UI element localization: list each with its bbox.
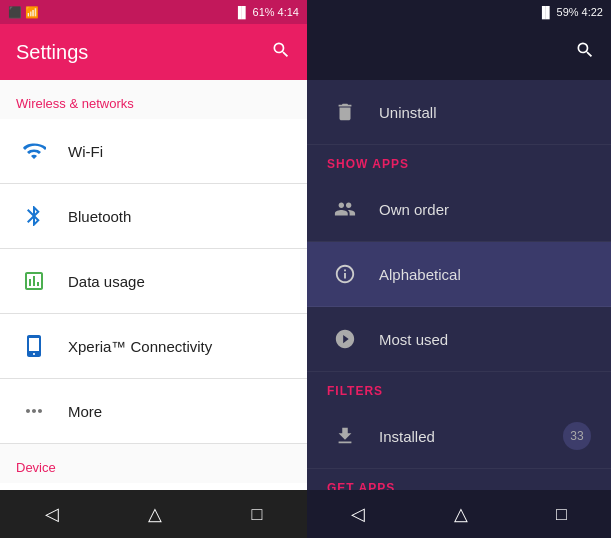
status-left-icons: ⬛ 📶: [8, 6, 39, 19]
bluetooth-icon: [16, 198, 52, 234]
alphabetical-label: Alphabetical: [379, 266, 591, 283]
settings-item-bluetooth[interactable]: Bluetooth: [0, 184, 307, 249]
mostused-icon: [327, 321, 363, 357]
own-order-label: Own order: [379, 201, 591, 218]
trash-icon: [327, 94, 363, 130]
time-right: 4:22: [582, 6, 603, 18]
status-bar-left: ⬛ 📶 ▐▌ 61% 4:14: [0, 0, 307, 24]
search-icon[interactable]: [271, 40, 291, 65]
recent-button-right[interactable]: □: [556, 504, 567, 525]
back-button-left[interactable]: ◁: [45, 503, 59, 525]
section-header-device: Device: [0, 444, 307, 483]
settings-item-more[interactable]: More: [0, 379, 307, 444]
download-icon: [327, 418, 363, 454]
status-right-right: ▐▌ 59% 4:22: [538, 6, 603, 18]
wifi-icon: [16, 133, 52, 169]
menu-item-alphabetical[interactable]: Alphabetical: [307, 242, 611, 307]
battery-right: 59%: [557, 6, 579, 18]
settings-item-personalization[interactable]: Personalization: [0, 483, 307, 490]
recent-button-left[interactable]: □: [251, 504, 262, 525]
back-button-right[interactable]: ◁: [351, 503, 365, 525]
nav-bar-left: ◁ △ □: [0, 490, 307, 538]
settings-item-data[interactable]: Data usage: [0, 249, 307, 314]
dropdown-toolbar: [307, 24, 611, 80]
dropdown-menu: Uninstall SHOW APPS Own order Alphabetic…: [307, 80, 611, 490]
more-label: More: [68, 403, 102, 420]
home-button-right[interactable]: △: [454, 503, 468, 525]
bluetooth-label: Bluetooth: [68, 208, 131, 225]
xperia-icon: [16, 328, 52, 364]
time-left: 4:14: [278, 6, 299, 18]
data-usage-icon: [16, 263, 52, 299]
status-bar-right: ▐▌ 59% 4:22: [307, 0, 611, 24]
uninstall-label: Uninstall: [379, 104, 591, 121]
battery-left: 61%: [253, 6, 275, 18]
section-header-wireless: Wireless & networks: [0, 80, 307, 119]
settings-content: Wireless & networks Wi-Fi Bluetooth: [0, 80, 307, 490]
wifi-label: Wi-Fi: [68, 143, 103, 160]
settings-item-xperia[interactable]: Xperia™ Connectivity: [0, 314, 307, 379]
notification-icon: 📶: [25, 6, 39, 19]
app-menu-panel: ▐▌ 59% 4:22 Uninstall SHOW APPS: [307, 0, 611, 538]
menu-item-most-used[interactable]: Most used: [307, 307, 611, 372]
nav-bar-right: ◁ △ □: [307, 490, 611, 538]
settings-title: Settings: [16, 41, 88, 64]
menu-item-uninstall[interactable]: Uninstall: [307, 80, 611, 145]
most-used-label: Most used: [379, 331, 591, 348]
az-icon: [327, 256, 363, 292]
group-icon: [327, 191, 363, 227]
settings-toolbar: Settings: [0, 24, 307, 80]
signal-right-icon: ▐▌: [538, 6, 554, 18]
settings-panel: ⬛ 📶 ▐▌ 61% 4:14 Settings Wireless & netw…: [0, 0, 307, 538]
search-icon-right[interactable]: [575, 40, 595, 65]
home-button-left[interactable]: △: [148, 503, 162, 525]
get-apps-section: GET APPS: [307, 469, 611, 490]
settings-item-wifi[interactable]: Wi-Fi: [0, 119, 307, 184]
menu-item-own-order[interactable]: Own order: [307, 177, 611, 242]
data-usage-label: Data usage: [68, 273, 145, 290]
status-right-icons: ▐▌ 61% 4:14: [234, 6, 299, 18]
installed-badge: 33: [563, 422, 591, 450]
signal-icon: ▐▌: [234, 6, 250, 18]
xperia-label: Xperia™ Connectivity: [68, 338, 212, 355]
menu-item-installed[interactable]: Installed 33: [307, 404, 611, 469]
android-icon: ⬛: [8, 6, 22, 19]
show-apps-section: SHOW APPS: [307, 145, 611, 177]
filters-section: FILTERS: [307, 372, 611, 404]
more-icon: [16, 393, 52, 429]
installed-label: Installed: [379, 428, 563, 445]
